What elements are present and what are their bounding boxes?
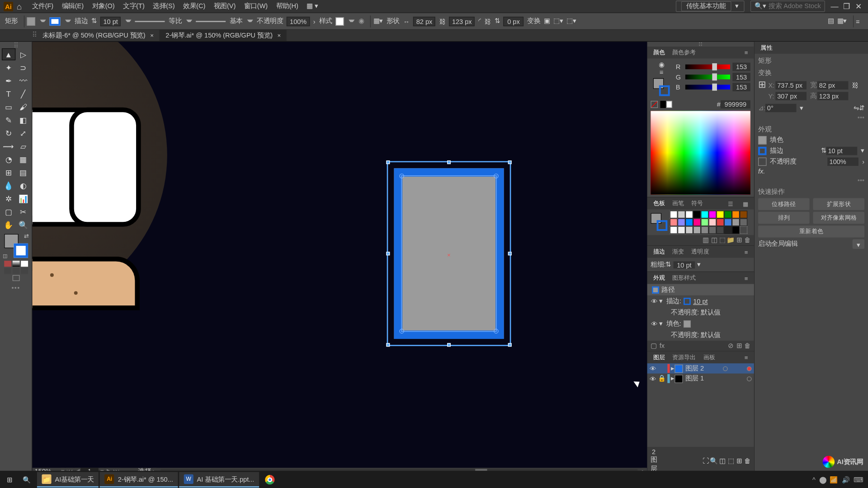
sublayer-icon[interactable]: ⬚ bbox=[726, 457, 735, 465]
taskbar-item-folder[interactable]: 📁AI基础第一天 bbox=[37, 472, 99, 488]
tray-icon[interactable]: ⌨ bbox=[854, 476, 863, 483]
new-swatch-icon[interactable]: ⊞ bbox=[735, 236, 743, 244]
perspective-tool[interactable]: ▦ bbox=[16, 153, 30, 165]
tray-up-icon[interactable]: ^ bbox=[812, 476, 816, 483]
transparency-tab[interactable]: 透明度 bbox=[688, 248, 712, 256]
taskbar-item-wps[interactable]: WAI 基础第一天.ppt... bbox=[179, 472, 259, 488]
close-icon[interactable]: ✕ bbox=[854, 2, 863, 11]
artboard-tool[interactable]: ▢ bbox=[2, 206, 15, 218]
swatch-menu-icon[interactable]: ◫ bbox=[710, 236, 718, 244]
fx-icon[interactable]: fx. bbox=[758, 168, 765, 175]
panel-menu-icon[interactable]: ≡ bbox=[741, 49, 752, 56]
appearance-tab[interactable]: 外观 bbox=[650, 274, 669, 282]
tab-grabber[interactable]: ⠿ bbox=[33, 28, 37, 41]
visibility-icon[interactable]: 👁 bbox=[650, 375, 658, 382]
color-tab[interactable]: 颜色 bbox=[650, 48, 669, 56]
line-tool[interactable]: ╱ bbox=[16, 88, 30, 99]
delete-layer-icon[interactable]: 🗑 bbox=[743, 457, 751, 465]
y-input[interactable]: 307 px bbox=[775, 92, 807, 100]
more-options-icon[interactable]: ••• bbox=[758, 114, 864, 121]
pixel-align-button[interactable]: 对齐像素网格 bbox=[813, 212, 865, 224]
restore-icon[interactable]: ❐ bbox=[842, 2, 850, 11]
layer-row[interactable]: 👁 ▸ 图层 2 bbox=[647, 363, 754, 373]
symbol-sprayer-tool[interactable]: ✲ bbox=[2, 193, 15, 205]
screen-mode-icon[interactable] bbox=[12, 275, 19, 281]
b-input[interactable]: 153 bbox=[732, 83, 750, 91]
rotate-tool[interactable]: ↻ bbox=[2, 127, 15, 139]
stroke-width-input[interactable]: 10 pt bbox=[100, 16, 121, 26]
asset-export-tab[interactable]: 资源导出 bbox=[669, 353, 700, 361]
lock-icon[interactable]: 🔒 bbox=[658, 375, 666, 382]
opacity-input[interactable]: 100% bbox=[287, 16, 309, 26]
prefs-icon[interactable]: ▦▾ bbox=[837, 17, 847, 25]
flip-h-icon[interactable]: ⇋ bbox=[854, 104, 859, 112]
corner-link-icon[interactable]: ⛓ bbox=[484, 18, 491, 25]
home-icon[interactable]: ⌂ bbox=[17, 1, 22, 11]
hex-input[interactable]: 999999 bbox=[721, 100, 750, 108]
swatch-fill-stroke[interactable] bbox=[651, 213, 667, 231]
props-opacity-input[interactable]: 100% bbox=[828, 157, 859, 165]
opacity-slider-icon[interactable]: › bbox=[313, 18, 316, 25]
close-icon[interactable]: × bbox=[278, 32, 281, 39]
selected-rectangle[interactable]: × bbox=[387, 161, 511, 346]
start-button[interactable]: ⊞ bbox=[2, 472, 17, 488]
corner-stepper-icon[interactable]: ⇅ bbox=[495, 17, 500, 25]
layer-row[interactable]: 👁🔒 ▸ 图层 1 bbox=[647, 374, 754, 384]
edit-toolbar-icon[interactable]: ••• bbox=[1, 284, 31, 291]
properties-tab[interactable]: 属性 bbox=[757, 43, 776, 52]
g-input[interactable]: 153 bbox=[732, 73, 750, 81]
swatch-library-icon[interactable]: ▥ bbox=[702, 236, 710, 244]
fill-swatch[interactable] bbox=[758, 136, 766, 144]
dropdown-icon[interactable]: ▾ bbox=[697, 261, 701, 268]
white-swatch[interactable] bbox=[666, 101, 672, 108]
eyedropper-tool[interactable]: 💧 bbox=[2, 179, 15, 191]
stroke-color[interactable] bbox=[14, 244, 28, 258]
w-input[interactable]: 82 px bbox=[817, 81, 849, 89]
tray-icon[interactable]: ⬤ bbox=[819, 476, 826, 483]
angle-input[interactable]: 0° bbox=[765, 104, 797, 112]
none-mode-icon[interactable] bbox=[21, 261, 28, 267]
stock-search[interactable]: 🔍▾ 搜索 Adobe Stock bbox=[750, 0, 825, 12]
sliders-icon[interactable]: ≡ bbox=[660, 69, 663, 76]
paintbrush-tool[interactable]: 🖌 bbox=[16, 101, 30, 113]
clip-mask-icon[interactable]: ◫ bbox=[718, 457, 726, 465]
disclosure-icon[interactable]: ▾ bbox=[659, 297, 666, 305]
offset-path-button[interactable]: 位移路径 bbox=[758, 198, 810, 210]
close-icon[interactable]: × bbox=[150, 32, 154, 39]
shape-width-input[interactable]: 82 px bbox=[413, 16, 435, 26]
locate-icon[interactable]: ⛶ bbox=[702, 457, 710, 465]
tray-icon[interactable]: 🔊 bbox=[842, 476, 850, 483]
menu-view[interactable]: 视图(V) bbox=[210, 2, 240, 11]
delete-swatch-icon[interactable]: 🗑 bbox=[743, 236, 751, 244]
arrange-button[interactable]: 排列 bbox=[758, 212, 810, 224]
gradient-tab[interactable]: 渐变 bbox=[669, 248, 688, 256]
shape-height-input[interactable]: 123 px bbox=[449, 16, 475, 26]
new-group-icon[interactable]: 📁 bbox=[726, 236, 735, 244]
curvature-tool[interactable]: 〰 bbox=[16, 75, 30, 86]
eraser-tool[interactable]: ◧ bbox=[16, 114, 30, 126]
system-tray[interactable]: ^ ⬤ 📶 🔊 ⌨ bbox=[812, 476, 867, 483]
h-input[interactable]: 123 px bbox=[817, 92, 849, 100]
visibility-icon[interactable]: 👁 bbox=[650, 297, 659, 305]
layers-tab[interactable]: 图层 bbox=[650, 353, 669, 361]
pen-tool[interactable]: ✒ bbox=[2, 75, 15, 86]
panel-fill-stroke[interactable] bbox=[653, 78, 670, 96]
corner-input[interactable]: 0 px bbox=[503, 16, 524, 26]
link-wh-icon[interactable]: ⛓ bbox=[439, 18, 446, 25]
width-tool[interactable]: ⟿ bbox=[2, 140, 15, 152]
brushes-tab[interactable]: 画笔 bbox=[669, 199, 688, 207]
more-options-icon[interactable]: ••• bbox=[758, 177, 864, 184]
mesh-tool[interactable]: ⊞ bbox=[2, 166, 15, 178]
dropdown-icon[interactable]: ▾ bbox=[853, 239, 864, 249]
swatch-options-icon[interactable]: ⬚ bbox=[718, 236, 726, 244]
recolor-icon[interactable]: ◉ bbox=[359, 17, 364, 25]
corner-type-icon[interactable]: ◜ bbox=[478, 17, 481, 25]
draw-behind-icon[interactable] bbox=[12, 268, 19, 274]
panel-menu-icon[interactable]: ≡ bbox=[741, 275, 752, 282]
graphic-styles-tab[interactable]: 图形样式 bbox=[669, 274, 700, 282]
props-stroke-input[interactable]: 10 pt bbox=[826, 146, 858, 155]
disclosure-icon[interactable]: ▸ bbox=[671, 375, 675, 382]
swatches-tab[interactable]: 色板 bbox=[650, 199, 669, 207]
rectangle-tool[interactable]: ▭ bbox=[2, 101, 15, 113]
menu-type[interactable]: 文字(T) bbox=[119, 2, 149, 11]
